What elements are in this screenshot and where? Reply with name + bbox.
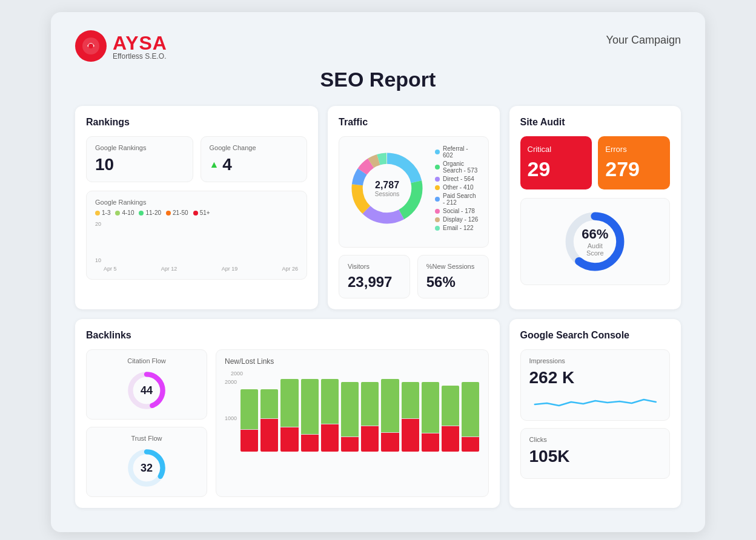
arrow-up-icon: ▲ [210, 159, 219, 170]
impressions-label: Impressions [529, 357, 662, 364]
audit-score-center: 66% Audit Score [579, 226, 612, 257]
legend-direct: Direct - 564 [435, 176, 479, 182]
legend-21-50: 21-50 [166, 209, 188, 216]
gsc-title: Google Search Console [520, 330, 671, 341]
new-sessions-card: %New Sessions 56% [417, 255, 489, 298]
nl-bar-groups [240, 379, 479, 452]
donut-sessions-value: 2,787 [375, 180, 400, 191]
google-rankings-value: 10 [95, 155, 184, 174]
google-rankings-label: Google Rankings [95, 144, 184, 151]
clicks-label: Clicks [529, 436, 662, 443]
errors-label: Errors [605, 145, 663, 154]
logo-name: AYSA [113, 32, 167, 54]
citation-flow-value: 44 [141, 384, 153, 397]
new-sessions-label: %New Sessions [426, 263, 480, 270]
main-grid: Rankings Google Rankings 10 Google Chang… [75, 106, 681, 508]
audit-badges-row: Critical 29 Errors 279 [520, 136, 671, 189]
legend-email: Email - 122 [435, 225, 479, 231]
legend-51plus: 51+ [193, 209, 210, 216]
clicks-value: 105K [529, 447, 662, 466]
audit-score-card: 66% Audit Score [520, 198, 671, 285]
backlinks-section: Backlinks Citation Flow 44 [75, 319, 500, 508]
y-labels: 20 10 [95, 221, 101, 263]
trust-flow-label: Trust Flow [94, 435, 199, 442]
backlinks-title: Backlinks [86, 330, 489, 341]
visitors-value: 23,997 [348, 274, 401, 291]
legend-11-20: 11-20 [139, 209, 161, 216]
errors-value: 279 [605, 157, 663, 181]
legend-dot-4-10 [115, 211, 120, 216]
impressions-value: 262 K [529, 368, 662, 387]
logo-area: AYSA Effortless S.E.O. [75, 30, 167, 62]
legend-social: Social - 178 [435, 208, 479, 214]
rankings-chart-card: Google Rankings 1-3 4-10 11-20 [86, 191, 307, 280]
impressions-sparkline [529, 392, 662, 410]
svg-point-1 [88, 44, 93, 48]
x-labels: Apr 5 Apr 12 Apr 19 Apr 26 [104, 266, 298, 272]
donut-sessions-label: Sessions [375, 191, 400, 197]
traffic-donut-card: 2,787 Sessions Referral - 602 Organic Se… [339, 136, 488, 248]
site-audit-section: Site Audit Critical 29 Errors 279 [509, 106, 681, 309]
clicks-card: Clicks 105K [520, 428, 671, 479]
new-lost-links-card: New/Lost Links 2000 2000 1000 [216, 349, 489, 497]
citation-flow-gauge: 44 [125, 369, 168, 412]
logo-text: AYSA Effortless S.E.O. [113, 32, 167, 61]
new-sessions-value: 56% [426, 274, 480, 291]
legend-display: Display - 126 [435, 216, 479, 223]
legend-other: Other - 410 [435, 184, 479, 191]
critical-badge: Critical 29 [520, 136, 592, 189]
critical-value: 29 [528, 157, 585, 181]
header: AYSA Effortless S.E.O. Your Campaign [75, 30, 681, 62]
aysa-logo-icon [75, 30, 107, 62]
errors-badge: Errors 279 [598, 136, 670, 189]
page-wrapper: AYSA Effortless S.E.O. Your Campaign SEO… [51, 12, 705, 532]
trust-flow-gauge: 32 [125, 447, 168, 489]
campaign-label: Your Campaign [606, 34, 681, 47]
critical-label: Critical [528, 145, 585, 154]
chart-legend: 1-3 4-10 11-20 21-50 [95, 209, 298, 216]
trust-flow-card: Trust Flow 32 [86, 427, 207, 497]
traffic-legend: Referral - 602 Organic Search - 573 Dire… [435, 145, 479, 231]
traffic-section: Traffic [328, 106, 499, 309]
rankings-title: Rankings [86, 117, 307, 128]
google-change-label: Google Change [210, 144, 299, 151]
rankings-chart-label: Google Rankings [95, 199, 298, 206]
page-title: SEO Report [75, 68, 681, 91]
visitors-label: Visitors [348, 263, 401, 270]
traffic-stats-row: Visitors 23,997 %New Sessions 56% [339, 255, 488, 298]
audit-pct: 66% [579, 226, 612, 242]
google-change-value: ▲ 4 [210, 155, 299, 174]
audit-donut: 66% Audit Score [562, 208, 628, 275]
bar-chart [104, 221, 298, 263]
site-audit-title: Site Audit [520, 117, 671, 128]
backlinks-inner: Citation Flow 44 Trust Flow [86, 349, 489, 497]
traffic-donut: 2,787 Sessions [348, 149, 426, 228]
donut-center: 2,787 Sessions [375, 180, 400, 197]
legend-organic: Organic Search - 573 [435, 160, 479, 174]
nl-bars-area [240, 379, 479, 452]
legend-paid: Paid Search - 212 [435, 193, 479, 206]
gsc-section: Google Search Console Impressions 262 K … [509, 319, 681, 508]
chart-with-y: 20 10 [95, 221, 298, 272]
traffic-title: Traffic [339, 117, 488, 128]
google-change-card: Google Change ▲ 4 [201, 136, 308, 182]
nl-chart-wrapper: 2000 1000 [225, 379, 480, 452]
impressions-card: Impressions 262 K [520, 349, 671, 421]
legend-dot-1-3 [95, 211, 100, 216]
legend-dot-21-50 [166, 211, 171, 216]
visitors-card: Visitors 23,997 [339, 255, 410, 298]
legend-referral: Referral - 602 [435, 145, 479, 159]
rankings-stat-row: Google Rankings 10 Google Change ▲ 4 [86, 136, 307, 182]
bar-chart-area: Apr 5 Apr 12 Apr 19 Apr 26 [104, 221, 298, 272]
citation-flow-label: Citation Flow [94, 357, 199, 364]
google-rankings-card: Google Rankings 10 [86, 136, 193, 182]
legend-dot-11-20 [139, 211, 144, 216]
nl-y-labels: 2000 [225, 370, 480, 377]
new-lost-links-label: New/Lost Links [225, 357, 480, 366]
audit-score-label: Audit Score [579, 242, 612, 257]
legend-4-10: 4-10 [115, 209, 134, 216]
traffic-donut-row: 2,787 Sessions Referral - 602 Organic Se… [348, 145, 479, 231]
logo-tagline: Effortless S.E.O. [113, 52, 167, 61]
citation-flow-card: Citation Flow 44 [86, 349, 207, 420]
backlinks-gauges: Citation Flow 44 Trust Flow [86, 349, 207, 497]
